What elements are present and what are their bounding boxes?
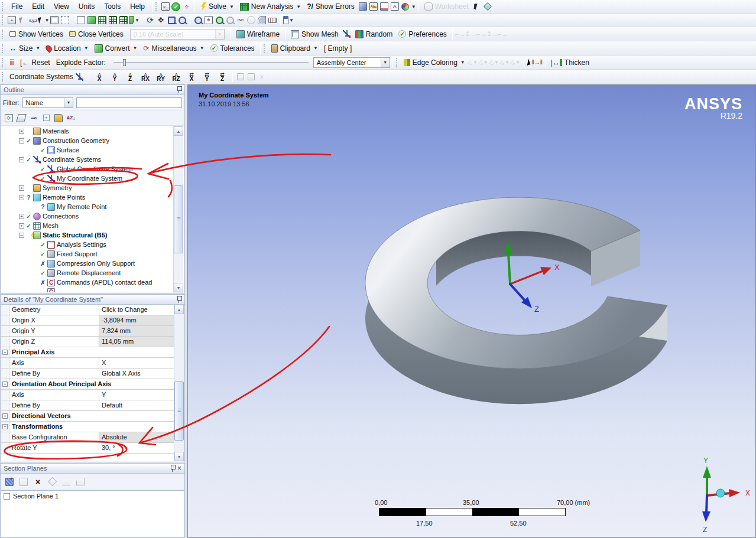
scroll-down-button[interactable]: ▼ bbox=[174, 452, 184, 461]
random-colors-button[interactable]: Random bbox=[352, 28, 395, 40]
details-row-axis[interactable]: Axis X bbox=[1, 358, 174, 369]
ring-top-face[interactable] bbox=[365, 197, 667, 369]
vertex-select-icon[interactable] bbox=[86, 15, 97, 25]
flip-y-button[interactable]: ⇄Y bbox=[199, 72, 215, 82]
edges-joined-icon[interactable]: ‖→‖ bbox=[532, 57, 543, 67]
scroll-up-button[interactable]: ▲ bbox=[174, 305, 184, 314]
tree-item-commands-apdl[interactable]: ✗ C Commands (APDL) contact dead bbox=[1, 278, 184, 287]
tree-item-analysis-settings[interactable]: ✓ Analysis Settings bbox=[1, 240, 184, 249]
new-analysis-button[interactable]: New Analysis▼ bbox=[237, 1, 304, 12]
close-vertices-button[interactable]: Close Vertices bbox=[66, 28, 126, 40]
rotate-y-button[interactable]: ΔRY bbox=[153, 72, 168, 82]
flip-x-button[interactable]: ⇄X bbox=[184, 72, 199, 82]
filter-text-input[interactable] bbox=[76, 97, 182, 108]
edge-direction-icon[interactable] bbox=[521, 57, 532, 67]
flip-z-button[interactable]: ⇄Z bbox=[215, 72, 230, 82]
tree-item-mesh[interactable]: + ✓ Mesh bbox=[1, 221, 184, 230]
menu-units[interactable]: Units bbox=[74, 1, 99, 12]
details-row-base-configuration[interactable]: Base Configuration Absolute bbox=[1, 432, 174, 443]
lasso-select-icon[interactable] bbox=[60, 15, 70, 25]
location-dropdown[interactable]: Location▼ bbox=[43, 43, 91, 54]
tolerances-button[interactable]: ✓ Tolerances bbox=[207, 43, 258, 54]
details-scrollbar[interactable]: ▲ ▼ bbox=[174, 305, 184, 461]
command-prompt-icon[interactable]: >_ bbox=[160, 2, 171, 12]
menu-help[interactable]: Help bbox=[125, 1, 150, 12]
rotate-z-button[interactable]: ΔRZ bbox=[168, 72, 184, 82]
tree-item-surface[interactable]: ✓ Surface bbox=[1, 145, 184, 155]
model-canvas[interactable]: X Z Y X Z bbox=[188, 85, 755, 537]
rotate-x-button[interactable]: ΔRX bbox=[138, 72, 153, 82]
menu-tools[interactable]: Tools bbox=[99, 1, 125, 12]
tree-item-coordinate-systems[interactable]: − ✓ Coordinate Systems bbox=[1, 155, 184, 164]
orientation-triad[interactable]: Y X Z bbox=[702, 457, 750, 534]
details-group-orientation[interactable]: − Orientation About Principal Axis bbox=[1, 379, 174, 390]
annotation-abc-icon[interactable]: Abc bbox=[368, 2, 379, 12]
preferences-button[interactable]: ✓ Preferences bbox=[395, 28, 450, 40]
details-row-axis-2[interactable]: Axis Y bbox=[1, 390, 174, 400]
tree-item-fixed-support[interactable]: ✓ Fixed Support bbox=[1, 249, 184, 259]
refresh-icon[interactable]: ⟳ bbox=[4, 113, 14, 123]
collapse-environments-icon[interactable] bbox=[16, 113, 27, 123]
pin-icon[interactable] bbox=[170, 465, 175, 472]
scroll-down-button[interactable]: ▼ bbox=[174, 283, 183, 292]
tree-item-my-remote-point[interactable]: ? My Remote Point bbox=[1, 202, 184, 211]
edge-select-icon[interactable] bbox=[97, 15, 108, 25]
tree-item-static-structural[interactable]: − Static Structural (B5) bbox=[1, 230, 184, 240]
show-mesh-button[interactable]: Show Mesh bbox=[288, 28, 342, 40]
tag-icon[interactable] bbox=[482, 2, 493, 12]
zoom-page-icon[interactable]: ⊕ bbox=[203, 15, 214, 25]
new-section-plane-icon[interactable]: + bbox=[4, 477, 15, 487]
scroll-thumb[interactable] bbox=[174, 185, 183, 253]
convert-dropdown[interactable]: Convert▼ bbox=[92, 43, 141, 54]
label-select-icon[interactable]: ⌖ bbox=[7, 15, 17, 25]
iso-view-icon[interactable]: ISO bbox=[235, 15, 246, 25]
slider-thumb[interactable] bbox=[123, 59, 126, 66]
zoom-fit-icon[interactable] bbox=[193, 15, 203, 25]
translate-y-button[interactable]: ΔY bbox=[107, 72, 122, 82]
details-row-define-by[interactable]: Define By Global X Axis bbox=[1, 369, 174, 379]
menu-file[interactable]: File bbox=[7, 1, 27, 12]
viewports-icon[interactable] bbox=[257, 15, 267, 25]
details-row-define-by-2[interactable]: Define By Default bbox=[1, 400, 174, 411]
clipboard-dropdown[interactable]: Clipboard▼ bbox=[268, 43, 321, 54]
resolve-check-icon[interactable]: ✓ bbox=[171, 2, 181, 12]
pin-icon[interactable] bbox=[177, 86, 181, 93]
zoom-inout-icon[interactable] bbox=[166, 15, 177, 25]
thicken-button[interactable]: |↔ Thicken bbox=[548, 57, 592, 69]
outline-scrollbar[interactable]: ▲ ▼ bbox=[173, 126, 183, 292]
tree-item-symmetry[interactable]: + Symmetry bbox=[1, 183, 184, 193]
assembly-center-combobox[interactable]: Assembly Center ▼ bbox=[313, 57, 390, 68]
graph-icon[interactable] bbox=[379, 2, 390, 12]
details-row-origin-x[interactable]: Origin X -3,8094 mm bbox=[1, 315, 174, 326]
wireframe-button[interactable]: Wireframe bbox=[233, 28, 283, 40]
details-group-principal-axis[interactable]: − Principal Axis bbox=[1, 347, 174, 358]
miscellaneous-dropdown[interactable]: ⟳ Miscellaneous▼ bbox=[141, 43, 207, 54]
tree-item-remote-points[interactable]: − ? Remote Points bbox=[1, 193, 184, 202]
window-layout-dropdown[interactable]: ▼ bbox=[283, 15, 294, 25]
translate-x-button[interactable]: ΔX bbox=[92, 72, 107, 82]
body-select-icon[interactable] bbox=[118, 15, 129, 25]
scroll-up-button[interactable]: ▲ bbox=[174, 126, 183, 136]
tree-item-remote-displacement[interactable]: ✓ Remote Displacement bbox=[1, 268, 184, 278]
details-group-directional-vectors[interactable]: + Directional Vectors bbox=[1, 411, 174, 422]
close-icon[interactable]: × bbox=[177, 464, 181, 472]
graphics-viewport[interactable]: X Z Y X Z My Coordinate System 31.10.201… bbox=[187, 84, 756, 538]
extend-selection-dropdown[interactable]: ▼ bbox=[129, 15, 139, 25]
details-group-transformations[interactable]: − Transformations bbox=[1, 422, 174, 432]
tree-item-my-coordinate-system[interactable]: ✓ My Coordinate System bbox=[1, 174, 184, 183]
sort-az-icon[interactable]: AZ↓ bbox=[66, 113, 76, 123]
details-row-geometry[interactable]: Geometry Click to Change bbox=[1, 305, 174, 315]
menu-edit[interactable]: Edit bbox=[27, 1, 49, 12]
vertex-scale-combobox[interactable]: 0,16 (Auto Scale) ▼ bbox=[130, 29, 225, 40]
render-sphere-icon[interactable] bbox=[400, 2, 411, 12]
select-mode-dropdown[interactable]: ▼ bbox=[38, 15, 49, 25]
spring-icon[interactable]: ⅲ bbox=[7, 57, 17, 67]
edge-coloring-dropdown[interactable]: Edge Coloring▼ bbox=[401, 57, 468, 69]
tree-item-compression-only-support[interactable]: ✗ Compression Only Support bbox=[1, 259, 184, 268]
translate-z-button[interactable]: ΔZ bbox=[122, 72, 138, 82]
rotate-view-icon[interactable]: ⟳ bbox=[145, 15, 155, 25]
filter-folder-icon[interactable] bbox=[53, 113, 64, 123]
tree-item-global-coordinate-system[interactable]: ✓ Global Coordinate System bbox=[1, 164, 184, 174]
connect-dots-icon[interactable]: ⁘ bbox=[181, 2, 192, 12]
pin-icon[interactable] bbox=[177, 296, 181, 303]
